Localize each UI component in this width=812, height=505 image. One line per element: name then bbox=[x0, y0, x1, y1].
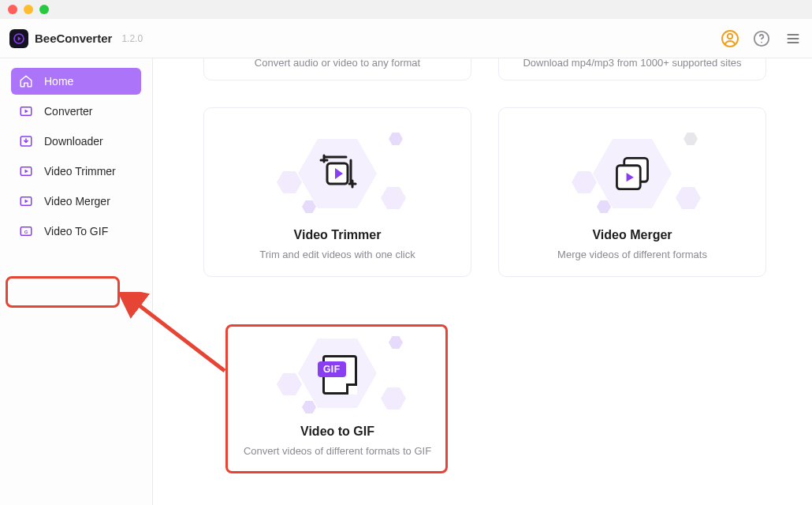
mac-titlebar bbox=[0, 0, 812, 19]
card-illustration bbox=[270, 130, 404, 217]
svg-point-3 bbox=[728, 33, 732, 38]
sidebar-item-label: Downloader bbox=[44, 135, 103, 148]
card-converter[interactable]: Convert audio or video to any format bbox=[203, 58, 471, 80]
sidebar-item-label: Home bbox=[44, 75, 73, 88]
app-header: BeeConverter 1.2.0 bbox=[0, 19, 812, 58]
svg-marker-13 bbox=[25, 170, 29, 174]
sidebar-item-label: Converter bbox=[44, 105, 92, 118]
svg-marker-15 bbox=[25, 200, 29, 204]
card-togif[interactable]: GIF Video to GIF Convert videos of diffe… bbox=[227, 327, 448, 473]
svg-marker-1 bbox=[18, 36, 21, 40]
window-close-button[interactable] bbox=[8, 5, 17, 14]
card-desc: Merge videos of different formats bbox=[557, 249, 707, 260]
sidebar-item-merger[interactable]: Video Merger bbox=[11, 188, 141, 215]
merger-icon bbox=[19, 194, 33, 208]
card-desc: Convert videos of different formats to G… bbox=[244, 445, 431, 457]
sidebar-item-label: Video Merger bbox=[44, 195, 110, 208]
card-desc: Download mp4/mp3 from 1000+ supported si… bbox=[523, 58, 741, 69]
card-desc: Convert audio or video to any format bbox=[255, 58, 420, 69]
converter-icon bbox=[19, 104, 33, 118]
card-desc: Trim and edit videos with one click bbox=[259, 249, 415, 260]
card-illustration: GIF bbox=[270, 339, 404, 413]
sidebar-item-togif[interactable]: G Video To GIF bbox=[11, 218, 141, 245]
sidebar-item-home[interactable]: Home bbox=[11, 68, 141, 95]
menu-icon[interactable] bbox=[784, 29, 803, 48]
card-illustration bbox=[565, 130, 699, 217]
card-merger[interactable]: Video Merger Merge videos of different f… bbox=[498, 107, 766, 277]
sidebar-item-converter[interactable]: Converter bbox=[11, 98, 141, 125]
help-icon[interactable] bbox=[752, 29, 771, 48]
sidebar-item-label: Video To GIF bbox=[44, 225, 108, 238]
trimmer-icon bbox=[19, 164, 33, 178]
download-icon bbox=[19, 134, 33, 148]
app-title: BeeConverter bbox=[35, 32, 112, 45]
app-logo-icon bbox=[9, 29, 28, 48]
card-title: Video to GIF bbox=[300, 425, 374, 439]
window-minimize-button[interactable] bbox=[24, 5, 33, 14]
sidebar: Home Converter Downloader bbox=[0, 58, 153, 505]
svg-text:G: G bbox=[24, 230, 28, 234]
home-icon bbox=[19, 74, 33, 88]
app-version: 1.2.0 bbox=[121, 33, 143, 44]
card-title: Video Merger bbox=[592, 228, 672, 242]
svg-point-5 bbox=[761, 41, 762, 43]
card-trimmer[interactable]: Video Trimmer Trim and edit videos with … bbox=[203, 107, 471, 277]
window-zoom-button[interactable] bbox=[39, 5, 49, 14]
sidebar-item-label: Video Trimmer bbox=[44, 165, 116, 178]
sidebar-item-downloader[interactable]: Downloader bbox=[11, 128, 141, 155]
account-icon[interactable] bbox=[721, 29, 739, 48]
svg-marker-10 bbox=[25, 110, 29, 114]
gif-icon: G bbox=[19, 224, 33, 238]
sidebar-item-trimmer[interactable]: Video Trimmer bbox=[11, 158, 141, 185]
card-title: Video Trimmer bbox=[294, 228, 382, 242]
content-area: Convert audio or video to any format Dow… bbox=[153, 58, 812, 505]
card-downloader[interactable]: Download mp4/mp3 from 1000+ supported si… bbox=[498, 58, 766, 80]
gif-label-icon: GIF bbox=[318, 361, 346, 377]
